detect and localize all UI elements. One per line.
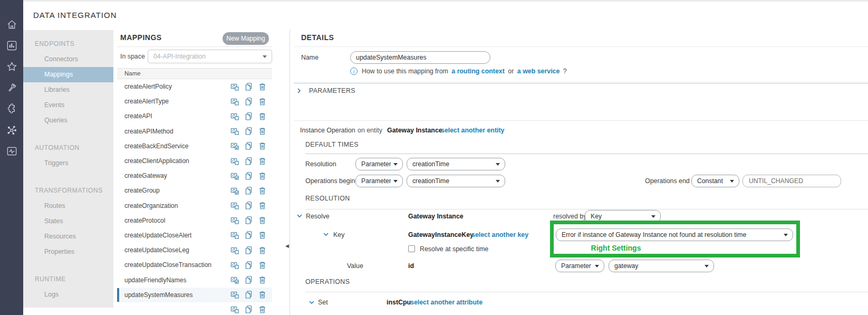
nav-item-triggers[interactable]: Triggers <box>23 156 113 171</box>
copy-to-space-icon[interactable] <box>230 127 239 136</box>
copy-to-space-icon[interactable] <box>230 97 239 106</box>
mapping-row[interactable]: createGroup <box>117 183 272 198</box>
nav-item-routes[interactable]: Routes <box>23 198 113 214</box>
chevron-down-icon[interactable] <box>309 301 314 304</box>
copy-to-space-icon[interactable] <box>230 216 239 225</box>
space-dropdown[interactable]: 04-API-Integration <box>148 50 272 63</box>
delete-icon[interactable] <box>258 246 267 255</box>
select-another-attribute-link[interactable]: select another attribute <box>410 299 483 306</box>
delete-icon[interactable] <box>258 231 267 240</box>
mapping-row[interactable]: createUpdateCloseAlert <box>117 228 272 243</box>
delete-icon[interactable] <box>258 82 267 91</box>
delete-icon[interactable] <box>258 157 267 166</box>
bar-chart-icon[interactable] <box>0 35 23 56</box>
delete-icon[interactable] <box>258 127 267 136</box>
delete-icon[interactable] <box>258 290 267 299</box>
puzzle-icon[interactable] <box>0 98 23 119</box>
nav-item-mappings[interactable]: Mappings <box>23 67 113 82</box>
operations-end-input[interactable]: UNTIL_CHANGED <box>742 175 841 187</box>
mapping-row[interactable]: createClientApplication <box>117 154 272 168</box>
nav-item-queries[interactable]: Queries <box>23 113 113 128</box>
value-param-dropdown[interactable]: gateway <box>609 260 714 272</box>
copy-to-space-icon[interactable] <box>230 261 239 270</box>
copy-to-space-icon[interactable] <box>230 290 239 299</box>
duplicate-icon[interactable] <box>244 97 253 106</box>
mapping-row[interactable] <box>117 302 272 315</box>
nav-item-resources[interactable]: Resources <box>23 229 113 244</box>
delete-icon[interactable] <box>258 97 267 106</box>
mapping-row[interactable]: updateFriendlyNames <box>117 272 272 287</box>
duplicate-icon[interactable] <box>244 112 253 121</box>
operations-end-type-dropdown[interactable]: Constant <box>691 175 739 187</box>
duplicate-icon[interactable] <box>244 186 253 195</box>
delete-icon[interactable] <box>258 305 267 314</box>
duplicate-icon[interactable] <box>244 157 253 166</box>
mapping-row[interactable]: createAlertType <box>117 94 272 109</box>
duplicate-icon[interactable] <box>244 201 253 210</box>
delete-icon[interactable] <box>258 112 267 121</box>
delete-icon[interactable] <box>258 275 267 284</box>
mapping-row[interactable]: createBackEndService <box>117 139 272 154</box>
nav-item-states[interactable]: States <box>23 214 113 229</box>
delete-icon[interactable] <box>258 186 267 195</box>
chevron-down-icon[interactable] <box>297 214 302 218</box>
duplicate-icon[interactable] <box>244 82 253 91</box>
resolve-at-specific-time-checkbox[interactable] <box>408 245 415 252</box>
new-mapping-button[interactable]: New Mapping <box>223 32 269 45</box>
resolution-value-dropdown[interactable]: creationTime <box>407 158 505 170</box>
home-icon[interactable] <box>0 14 23 35</box>
copy-to-space-icon[interactable] <box>230 112 239 121</box>
mapping-row[interactable]: createUpdateCloseLeg <box>117 243 272 257</box>
mapping-row[interactable]: createUpdateCloseTransaction <box>117 257 272 272</box>
operations-begin-value-dropdown[interactable]: creationTime <box>407 175 505 187</box>
duplicate-icon[interactable] <box>244 127 253 136</box>
web-service-link[interactable]: a web service <box>517 68 560 75</box>
select-another-entity-link[interactable]: select another entity <box>441 127 505 134</box>
copy-to-space-icon[interactable] <box>230 141 239 150</box>
nav-item-connectors[interactable]: Connectors <box>23 52 113 67</box>
duplicate-icon[interactable] <box>244 261 253 270</box>
select-another-key-link[interactable]: select another key <box>471 228 528 241</box>
duplicate-icon[interactable] <box>244 171 253 180</box>
parameters-section-toggle[interactable]: PARAMETERS <box>290 86 868 96</box>
network-icon[interactable] <box>0 119 23 140</box>
duplicate-icon[interactable] <box>244 216 253 225</box>
nav-item-events[interactable]: Events <box>23 98 113 113</box>
duplicate-icon[interactable] <box>244 141 253 150</box>
copy-to-space-icon[interactable] <box>230 201 239 210</box>
duplicate-icon[interactable] <box>244 290 253 299</box>
duplicate-icon[interactable] <box>244 246 253 255</box>
nav-item-properties[interactable]: Properties <box>23 244 113 260</box>
delete-icon[interactable] <box>258 261 267 270</box>
chevron-down-icon[interactable] <box>323 233 329 236</box>
duplicate-icon[interactable] <box>244 231 253 240</box>
mapping-row[interactable]: createOrganization <box>117 198 272 213</box>
copy-to-space-icon[interactable] <box>230 82 239 91</box>
name-input[interactable] <box>350 51 490 64</box>
nav-item-logs[interactable]: Logs <box>23 287 113 302</box>
mapping-row[interactable]: createGateway <box>117 168 272 183</box>
routing-context-link[interactable]: a routing context <box>451 68 505 75</box>
activity-icon[interactable] <box>0 140 23 161</box>
nav-item-libraries[interactable]: Libraries <box>23 82 113 98</box>
duplicate-icon[interactable] <box>244 305 253 314</box>
copy-to-space-icon[interactable] <box>230 231 239 240</box>
mapping-row[interactable]: createAPI <box>117 109 272 123</box>
flashlight-icon[interactable] <box>0 77 23 98</box>
duplicate-icon[interactable] <box>244 275 253 284</box>
resolution-type-dropdown[interactable]: Parameter <box>355 158 403 170</box>
value-type-dropdown[interactable]: Parameter <box>555 260 604 272</box>
copy-to-space-icon[interactable] <box>230 275 239 284</box>
copy-to-space-icon[interactable] <box>230 157 239 166</box>
operations-begin-type-dropdown[interactable]: Parameter <box>355 175 403 187</box>
delete-icon[interactable] <box>258 141 267 150</box>
collapse-panel-handle[interactable]: ◀ <box>285 243 289 249</box>
copy-to-space-icon[interactable] <box>230 171 239 180</box>
delete-icon[interactable] <box>258 171 267 180</box>
mapping-row[interactable]: createAlertPolicy <box>117 79 272 94</box>
mapping-row[interactable]: createProtocol <box>117 213 272 228</box>
copy-to-space-icon[interactable] <box>230 186 239 195</box>
delete-icon[interactable] <box>258 201 267 210</box>
mapping-row[interactable]: updateSystemMeasures <box>117 288 272 302</box>
copy-to-space-icon[interactable] <box>230 305 239 314</box>
